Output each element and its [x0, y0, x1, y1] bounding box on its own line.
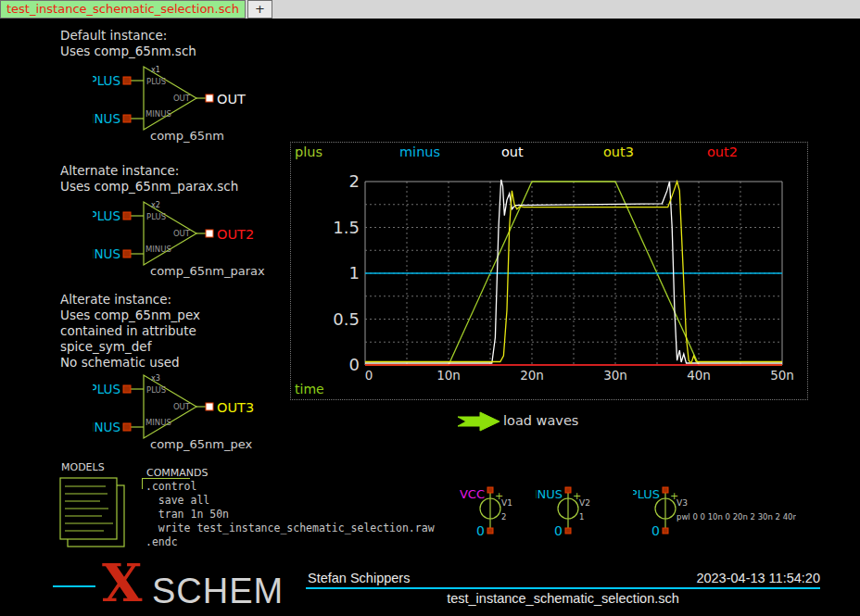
x-axis-label: time: [295, 382, 324, 396]
gnd-net-label[interactable]: 0: [476, 523, 485, 538]
y-tick-label: 1: [349, 263, 360, 283]
pin-plus-icon[interactable]: [123, 212, 131, 220]
pin-out-icon[interactable]: [206, 230, 213, 237]
net-label-out[interactable]: OUT3: [217, 400, 254, 415]
datetime-stamp: 2023-04-13 11:54:20: [602, 571, 820, 585]
instance-description: Default instance: Uses comp_65nm.sch: [60, 28, 196, 59]
author-name: Stefan Schippers: [308, 571, 410, 585]
gnd-net-label[interactable]: 0: [554, 523, 563, 538]
net-label-plus[interactable]: PLUS: [93, 208, 120, 223]
net-label-plus[interactable]: PLUS: [93, 73, 120, 88]
net-label-plus[interactable]: PLUS: [93, 382, 120, 396]
pin-minus-icon[interactable]: [123, 115, 131, 122]
y-tick-label: 0: [349, 355, 360, 374]
instance-designator: x2: [151, 201, 160, 209]
tab-bar: test_instance_schematic_selection.sch +: [0, 0, 860, 19]
source-pin-bottom-icon[interactable]: [487, 528, 493, 534]
comparator-instance[interactable]: Default instance: Uses comp_65nm.sch x1 …: [93, 59, 278, 147]
spice-commands[interactable]: .control save all tran 1n 50n write test…: [145, 480, 435, 549]
xschem-logo-text: SCHEM: [152, 573, 284, 609]
source-name: V3: [677, 498, 688, 508]
legend-item-out[interactable]: out: [501, 145, 524, 159]
comparator-instance[interactable]: Alternate instance: Uses comp_65nm_parax…: [93, 195, 278, 283]
net-label-out[interactable]: OUT2: [217, 227, 254, 242]
legend-item-out3[interactable]: out3: [603, 145, 634, 159]
x-tick-label: 30n: [603, 368, 627, 383]
net-label-out[interactable]: OUT: [217, 92, 246, 107]
xschem-logo-x: X: [102, 557, 142, 609]
instance-designator: x1: [151, 66, 160, 74]
symbol-pin-name-minus: MINUS: [145, 109, 171, 119]
source-name: V1: [501, 498, 512, 508]
source-pin-bottom-icon[interactable]: [565, 528, 571, 534]
instance-model-name: comp_65nm: [150, 129, 224, 143]
x-tick-label: 10n: [436, 368, 461, 383]
launcher-arrow-icon[interactable]: [456, 411, 504, 432]
source-pin-top-icon[interactable]: [487, 487, 493, 493]
instance-description: Alterate instance: Uses comp_65nm_pex co…: [60, 292, 200, 371]
pin-plus-icon[interactable]: [123, 77, 131, 84]
source-net-label[interactable]: PLUS: [633, 487, 660, 501]
x-tick-label: 50n: [770, 368, 794, 383]
waveform-graph[interactable]: plusminusoutout3out2 00.511.52010n20n30n…: [290, 142, 808, 400]
symbol-pin-name-plus: PLUS: [146, 385, 166, 395]
titleblock-divider: [306, 587, 820, 589]
symbol-pin-name-out: OUT: [173, 94, 191, 103]
comparator-symbol[interactable]: x2 PLUS OUT MINUS PLUS MINUS OUT2 comp_6…: [93, 195, 278, 283]
x-tick-label: 20n: [520, 368, 544, 383]
comparator-symbol[interactable]: x3 PLUS OUT MINUS PLUS MINUS OUT3 comp_6…: [93, 368, 278, 456]
pin-out-icon[interactable]: [206, 94, 213, 102]
symbol-pin-name-minus: MINUS: [145, 245, 171, 254]
symbol-pin-name-plus: PLUS: [146, 77, 166, 86]
source-pin-bottom-icon[interactable]: [663, 528, 668, 534]
symbol-pin-name-plus: PLUS: [146, 212, 166, 221]
pin-minus-icon[interactable]: [123, 423, 131, 431]
source-value: pwl 0 0 10n 0 20n 2 30n 2 40n 0: [677, 512, 796, 522]
instance-model-name: comp_65nm_parax: [150, 264, 265, 278]
instance-description: Alternate instance: Uses comp_65nm_parax…: [60, 163, 238, 195]
source-value: 2: [501, 512, 506, 522]
legend-item-plus[interactable]: plus: [295, 145, 322, 159]
source-net-label[interactable]: VCC: [460, 487, 485, 501]
load-waves-launcher[interactable]: load waves: [503, 413, 578, 428]
x-tick-label: 0: [365, 368, 373, 383]
instance-model-name: comp_65nm_pex: [150, 437, 252, 451]
source-net-label[interactable]: MINUS: [536, 487, 563, 501]
y-tick-label: 2: [349, 171, 360, 191]
xschem-window: test_instance_schematic_selection.sch + …: [0, 0, 860, 616]
source-pin-top-icon[interactable]: [565, 487, 571, 493]
y-tick-label: 0.5: [333, 309, 360, 329]
legend-item-minus[interactable]: minus: [399, 145, 440, 159]
models-netlist-icon[interactable]: [54, 472, 128, 551]
source-name: V2: [579, 498, 590, 508]
net-label-minus[interactable]: MINUS: [93, 111, 120, 126]
schematic-canvas[interactable]: MODELS COMMANDS .control save all tran 1…: [0, 19, 860, 616]
symbol-pin-name-out: OUT: [173, 402, 191, 411]
pin-out-icon[interactable]: [206, 403, 213, 410]
source-pin-top-icon[interactable]: [663, 487, 668, 493]
legend-item-out2[interactable]: out2: [707, 145, 738, 159]
waveform-plot[interactable]: 00.511.52010n20n30n40n50n: [291, 143, 809, 401]
sheet-filename: test_instance_schematic_selection.sch: [306, 591, 820, 606]
new-tab-button[interactable]: +: [247, 0, 272, 19]
comparator-symbol[interactable]: x1 PLUS OUT MINUS PLUS MINUS OUT comp_65…: [93, 59, 278, 147]
comparator-instance[interactable]: Alterate instance: Uses comp_65nm_pex co…: [93, 368, 278, 456]
gnd-net-label[interactable]: 0: [651, 523, 660, 538]
y-tick-label: 1.5: [333, 218, 360, 237]
symbol-pin-name-minus: MINUS: [145, 418, 171, 427]
net-label-minus[interactable]: MINUS: [93, 246, 120, 261]
pin-plus-icon[interactable]: [123, 385, 131, 393]
logo-dash-icon: [53, 585, 95, 587]
net-label-minus[interactable]: MINUS: [93, 420, 120, 434]
tab-active[interactable]: test_instance_schematic_selection.sch: [0, 0, 246, 19]
instance-designator: x3: [151, 374, 160, 383]
source-value: 1: [579, 512, 584, 522]
voltage-source[interactable]: + PLUS V3 pwl 0 0 10n 0 20n 2 30n 2 40n …: [633, 485, 796, 545]
x-tick-label: 40n: [687, 368, 711, 383]
pin-minus-icon[interactable]: [123, 250, 131, 258]
symbol-pin-name-out: OUT: [173, 229, 191, 238]
